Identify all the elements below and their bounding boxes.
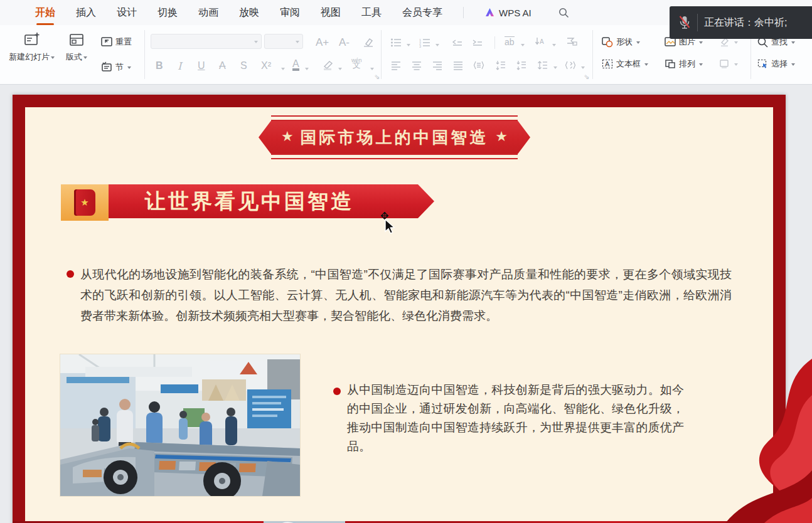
textbox-label: 文本框	[616, 58, 641, 70]
select-icon	[757, 58, 769, 70]
increase-font-button[interactable]: A+	[316, 36, 329, 49]
line-spacing-dropdown[interactable]	[553, 66, 557, 71]
tab-review[interactable]: 审阅	[280, 6, 300, 19]
arrange-label: 排列	[679, 58, 695, 70]
notification-divider	[697, 14, 698, 31]
wps-ai-button[interactable]: WPS AI	[484, 8, 532, 18]
highlight-dropdown[interactable]	[338, 68, 342, 72]
wps-presentation-window: 开始 插入 设计 切换 动画 放映 审阅 视图 工具 会员专享 WPS AI	[0, 0, 812, 523]
pinyin-guide-button[interactable]: wén 文	[351, 58, 362, 68]
line-spacing-button[interactable]	[537, 60, 548, 70]
bullet-marker	[67, 270, 74, 278]
slide[interactable]: ★ 国际市场上的中国智造 ★ ★ 让世界看见中国智造 从现代化的场地设施到智能化…	[13, 95, 786, 523]
distribute-text-button[interactable]	[473, 60, 484, 70]
font-color-dropdown[interactable]	[305, 68, 309, 72]
textbox-icon: A	[601, 58, 614, 70]
toolbar-divider	[381, 30, 382, 79]
pinyin-dropdown[interactable]	[370, 68, 374, 72]
subtitle-badge[interactable]: ★	[61, 184, 109, 221]
svg-text:A: A	[540, 38, 544, 45]
underline-button[interactable]: U	[198, 60, 205, 71]
new-slide-label: 新建幻灯片	[9, 51, 50, 63]
space-after-button[interactable]	[516, 60, 527, 70]
superscript-dropdown[interactable]	[281, 68, 285, 72]
numbered-list-button[interactable]: 123	[419, 38, 430, 48]
section-icon	[100, 61, 113, 73]
slide-subtitle: 让世界看见中国智造	[145, 188, 398, 216]
text-direction-dropdown[interactable]	[521, 44, 525, 48]
align-left-button[interactable]	[390, 60, 402, 70]
layout-button[interactable]: 版式	[66, 31, 87, 63]
layout-label: 版式	[66, 51, 82, 63]
layout-icon	[68, 31, 85, 49]
editor-canvas[interactable]: ★ 国际市场上的中国智造 ★ ★ 让世界看见中国智造 从现代化的场地设施到智能化…	[0, 85, 812, 523]
wps-ai-logo-icon	[484, 8, 495, 18]
exhibition-photo[interactable]	[60, 354, 300, 496]
wps-ai-label: WPS AI	[499, 8, 532, 18]
section-button[interactable]: 节	[100, 61, 131, 73]
slide-title-banner[interactable]: ★ 国际市场上的中国智造 ★	[259, 121, 530, 154]
body-text-2[interactable]: 从中国制造迈向中国智造，科技创新是背后的强大驱动力。如今的中国企业，通过研发创新…	[347, 381, 684, 456]
smartart-convert-button[interactable]	[566, 36, 577, 46]
paragraph-settings-dropdown[interactable]	[581, 66, 585, 71]
highlight-button[interactable]	[321, 60, 335, 71]
bullet-marker	[333, 388, 341, 395]
numbered-list-dropdown[interactable]	[435, 44, 439, 48]
bold-button[interactable]: B	[156, 60, 163, 71]
align-center-button[interactable]	[411, 60, 422, 70]
clear-format-icon[interactable]	[361, 36, 374, 48]
justify-button[interactable]	[452, 60, 464, 70]
decrease-indent-button[interactable]	[452, 38, 463, 48]
pinyin-char-label: 文	[351, 63, 362, 68]
svg-text:A: A	[605, 60, 610, 68]
reset-icon	[100, 36, 113, 48]
space-before-button[interactable]	[495, 60, 506, 70]
text-shadow-button[interactable]: S	[240, 60, 247, 71]
tab-transition[interactable]: 切换	[158, 6, 178, 19]
tab-slideshow[interactable]: 放映	[239, 6, 259, 19]
slide-title: 国际市场上的中国智造	[301, 127, 489, 149]
strikethrough-button[interactable]: A	[219, 60, 226, 71]
star-icon: ★	[281, 129, 294, 145]
italic-button[interactable]: I	[178, 60, 181, 72]
bullet-list-dropdown[interactable]	[407, 44, 410, 48]
tab-member[interactable]: 会员专享	[402, 6, 442, 19]
toolbar-divider	[592, 30, 593, 79]
new-slide-button[interactable]: 新建幻灯片	[9, 31, 55, 63]
shapes-button[interactable]: 形状	[601, 36, 640, 48]
tab-view[interactable]: 视图	[321, 6, 341, 19]
text-direction-button[interactable]: ab	[505, 36, 515, 47]
increase-indent-button[interactable]	[472, 38, 483, 48]
tab-design[interactable]: 设计	[117, 6, 137, 19]
svg-text:3: 3	[419, 45, 421, 48]
decrease-font-button[interactable]: A-	[339, 36, 350, 49]
align-right-button[interactable]	[432, 60, 443, 70]
textbox-button[interactable]: A 文本框	[601, 58, 648, 70]
arrange-button[interactable]: 排列	[664, 58, 703, 70]
tab-tools[interactable]: 工具	[361, 6, 382, 19]
paragraph-dialog-launcher[interactable]: ⇘	[584, 73, 589, 81]
shapes-icon	[601, 36, 614, 48]
vertical-text-button[interactable]: A	[535, 36, 546, 46]
font-color-button[interactable]: A	[292, 59, 299, 71]
body-text-1[interactable]: 从现代化的场地设施到智能化的装备系统，“中国智造”不仅满足了国际赛事对产品质量和…	[80, 264, 732, 326]
select-button[interactable]: 选择	[757, 58, 795, 70]
tab-animation[interactable]: 动画	[198, 6, 218, 19]
search-icon[interactable]	[558, 8, 569, 18]
font-size-combo[interactable]	[264, 34, 303, 49]
font-dialog-launcher[interactable]: ⇘	[374, 73, 380, 81]
superscript-button[interactable]: X²	[261, 60, 271, 71]
toolbar-subdivider	[494, 36, 495, 49]
muted-mic-icon	[678, 15, 691, 30]
tab-home[interactable]: 开始	[35, 6, 55, 19]
slide-frame-button[interactable]	[718, 58, 738, 70]
font-name-combo[interactable]	[151, 34, 262, 49]
menu-divider	[463, 7, 464, 18]
paragraph-settings-button[interactable]	[565, 60, 576, 70]
vertical-text-dropdown[interactable]	[552, 44, 556, 48]
subtitle-banner[interactable]: 让世界看见中国智造	[109, 184, 434, 218]
star-icon: ★	[495, 129, 508, 145]
reset-button[interactable]: 重置	[100, 36, 132, 48]
tab-insert[interactable]: 插入	[76, 6, 96, 19]
bullet-list-button[interactable]	[390, 38, 402, 48]
